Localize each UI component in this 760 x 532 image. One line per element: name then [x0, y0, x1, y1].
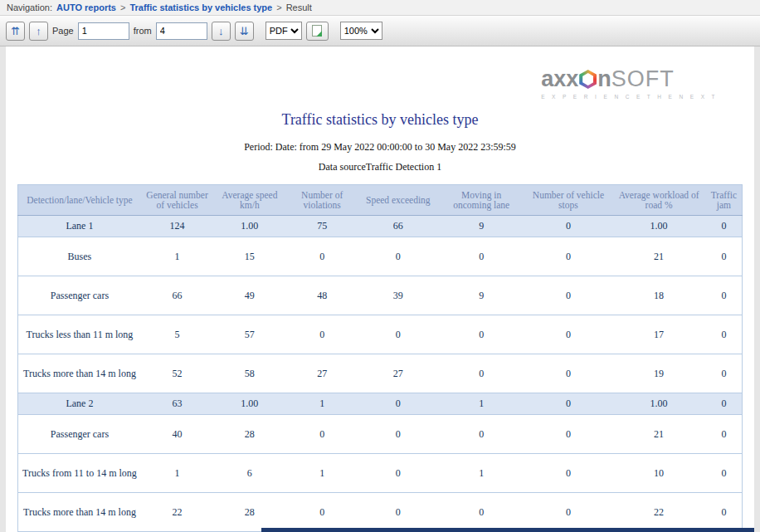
column-header: Detection/lane/Vehicle type: [18, 185, 141, 216]
breadcrumb-result: Result: [286, 2, 312, 12]
report-page: axx n SOFT E X P E R I E N C E T H E N E…: [6, 46, 754, 532]
value-cell: 0: [706, 276, 743, 315]
value-cell: 1.00: [611, 393, 705, 415]
value-cell: 0: [525, 493, 612, 532]
value-cell: 66: [141, 276, 213, 315]
value-cell: 0: [525, 354, 612, 393]
table-row: Trucks more than 14 m long22280000220: [18, 493, 743, 532]
export-button[interactable]: [306, 22, 329, 41]
first-page-icon: ⇈: [11, 26, 20, 37]
report-table-body: Lane 11241.007566901.000Buses1150000210P…: [18, 216, 743, 532]
page-number-input[interactable]: [78, 22, 129, 40]
table-row: Passenger cars6649483990180: [18, 276, 743, 315]
total-pages-input[interactable]: [156, 22, 207, 40]
value-cell: 1: [286, 454, 358, 493]
value-cell: 48: [286, 276, 358, 315]
value-cell: 21: [611, 237, 705, 276]
value-cell: 0: [706, 216, 743, 237]
last-page-button[interactable]: ⇊: [235, 22, 254, 41]
value-cell: 9: [438, 276, 525, 315]
value-cell: 17: [611, 315, 705, 354]
hexagon-logo-icon: [579, 70, 597, 89]
value-cell: 1.00: [213, 393, 285, 415]
value-cell: 18: [611, 276, 705, 315]
row-label-cell: Trucks less than 11 m long: [18, 315, 141, 354]
value-cell: 1.00: [213, 216, 285, 237]
value-cell: 0: [358, 493, 438, 532]
zoom-select[interactable]: 100%: [340, 22, 382, 40]
report-toolbar: ⇈ ↑ Page from ↓ ⇊ PDF 100%: [0, 16, 760, 46]
logo-tagline: E X P E R I E N C E T H E N E X T: [541, 94, 718, 100]
next-page-button[interactable]: ↓: [212, 22, 231, 41]
value-cell: 1: [141, 237, 213, 276]
export-format-select[interactable]: PDF: [266, 22, 302, 40]
value-cell: 0: [358, 315, 438, 354]
value-cell: 0: [286, 237, 358, 276]
column-header: Average speed km/h: [213, 185, 285, 216]
table-row: Trucks less than 11 m long5570000170: [18, 315, 743, 354]
row-label-cell: Passenger cars: [18, 415, 141, 454]
value-cell: 49: [213, 276, 285, 315]
value-cell: 0: [286, 415, 358, 454]
column-header: Moving in oncoming lane: [438, 185, 525, 216]
value-cell: 0: [358, 237, 438, 276]
report-period: Period: Date: from 29 May 2022 00:00:00 …: [6, 141, 754, 154]
value-cell: 1: [141, 454, 213, 493]
logo-text-left: axx: [541, 68, 578, 90]
breadcrumb-report-type[interactable]: Traffic statistics by vehicles type: [129, 2, 272, 12]
logo-text-right: SOFT: [611, 68, 675, 90]
from-label: from: [134, 26, 152, 36]
column-header: Number of violations: [286, 185, 358, 216]
row-label-cell: Trucks more than 14 m long: [18, 493, 141, 532]
value-cell: 0: [286, 315, 358, 354]
row-label-cell: Passenger cars: [18, 276, 141, 315]
row-label-cell: Trucks from 11 to 14 m long: [18, 454, 141, 493]
value-cell: 58: [213, 354, 285, 393]
value-cell: 0: [286, 493, 358, 532]
value-cell: 0: [706, 415, 743, 454]
value-cell: 15: [213, 237, 285, 276]
value-cell: 0: [525, 237, 612, 276]
value-cell: 0: [706, 237, 743, 276]
report-data-source: Data sourceTraffic Detection 1: [6, 161, 754, 173]
value-cell: 28: [213, 415, 285, 454]
value-cell: 1: [438, 393, 525, 415]
breadcrumb-label: Navigation:: [7, 2, 52, 12]
value-cell: 0: [706, 493, 743, 532]
value-cell: 0: [706, 393, 743, 415]
value-cell: 0: [358, 454, 438, 493]
logo-text-mid: n: [597, 68, 611, 90]
value-cell: 1.00: [611, 216, 705, 237]
value-cell: 0: [438, 493, 525, 532]
value-cell: 0: [438, 315, 525, 354]
value-cell: 0: [358, 415, 438, 454]
value-cell: 21: [611, 415, 705, 454]
column-header: Speed exceeding: [358, 185, 438, 216]
value-cell: 1: [286, 393, 358, 415]
previous-page-button[interactable]: ↑: [29, 22, 48, 41]
first-page-button[interactable]: ⇈: [6, 22, 25, 41]
row-label-cell: Trucks more than 14 m long: [18, 354, 141, 393]
value-cell: 27: [286, 354, 358, 393]
value-cell: 0: [525, 415, 612, 454]
last-page-icon: ⇊: [240, 26, 249, 37]
partial-next-row: [261, 528, 754, 532]
value-cell: 124: [141, 216, 213, 237]
value-cell: 0: [706, 315, 743, 354]
value-cell: 27: [358, 354, 438, 393]
value-cell: 63: [141, 393, 213, 415]
breadcrumb-auto-reports[interactable]: AUTO reports: [56, 2, 116, 12]
value-cell: 0: [525, 454, 612, 493]
value-cell: 1: [438, 454, 525, 493]
value-cell: 10: [611, 454, 705, 493]
value-cell: 28: [213, 493, 285, 532]
row-label-cell: Lane 1: [18, 216, 141, 237]
page-label: Page: [52, 26, 74, 36]
row-label-cell: Buses: [18, 237, 141, 276]
value-cell: 40: [141, 415, 213, 454]
value-cell: 6: [213, 454, 285, 493]
value-cell: 52: [141, 354, 213, 393]
column-header: Number of vehicle stops: [525, 185, 612, 216]
value-cell: 0: [525, 276, 612, 315]
next-page-icon: ↓: [218, 26, 224, 37]
